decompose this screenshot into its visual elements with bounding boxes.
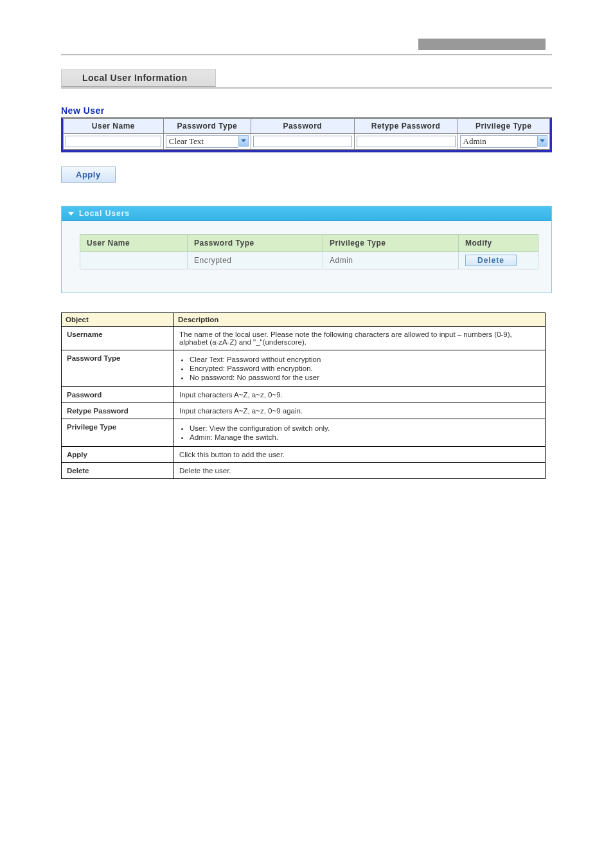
newuser-table: User Name Password Type Password Retype … <box>63 118 550 150</box>
table-row: Encrypted Admin Delete <box>80 252 538 269</box>
desc-label: Password Type <box>62 350 174 387</box>
section-title-block: Local User Information <box>61 69 216 87</box>
desc-label: Apply <box>62 447 174 463</box>
section-title: Local User Information <box>82 73 187 83</box>
desc-value: Clear Text: Password without encryption … <box>174 350 546 387</box>
section-underline <box>61 87 552 89</box>
newuser-th-password: Password <box>251 119 354 134</box>
description-table: Object Description Username The name of … <box>61 312 546 479</box>
desc-h-object: Object <box>62 313 174 327</box>
apply-button[interactable]: Apply <box>61 167 116 183</box>
local-users-header[interactable]: Local Users <box>62 206 551 221</box>
password-type-value: Clear Text <box>166 135 238 148</box>
desc-value: Click this button to add the user. <box>174 447 546 463</box>
header-right-strip <box>418 39 546 50</box>
local-users-table: User Name Password Type Privilege Type M… <box>80 234 538 269</box>
desc-label: Privilege Type <box>62 419 174 447</box>
desc-value: The name of the local user. Please note … <box>174 327 546 350</box>
lu-th-modify: Modify <box>459 235 538 252</box>
password-type-select[interactable]: Clear Text <box>166 135 249 148</box>
newuser-th-privilege: Privilege Type <box>458 119 549 134</box>
newuser-th-retype: Retype Password <box>354 119 458 134</box>
newuser-th-password-type: Password Type <box>163 119 251 134</box>
list-item: Clear Text: Password without encryption <box>190 356 540 363</box>
list-item: Admin: Manage the switch. <box>190 433 540 441</box>
desc-value: Input characters A~Z, a~z, 0~9 again. <box>174 403 546 419</box>
newuser-title: New User <box>61 105 552 116</box>
lu-th-password-type: Password Type <box>188 235 323 252</box>
newuser-table-wrap: User Name Password Type Password Retype … <box>61 118 552 152</box>
password-input[interactable] <box>253 136 352 147</box>
desc-value: Input characters A~Z, a~z, 0~9. <box>174 387 546 403</box>
username-input[interactable] <box>66 136 161 147</box>
lu-cell-password-type: Encrypted <box>188 252 323 269</box>
lu-cell-privilege: Admin <box>323 252 459 269</box>
lu-th-privilege: Privilege Type <box>323 235 459 252</box>
chevron-down-icon <box>68 208 74 218</box>
local-users-panel: Local Users User Name Password Type Priv… <box>61 206 552 293</box>
list-item: User: View the configuration of switch o… <box>190 424 540 432</box>
list-item: Encrypted: Password with encryption. <box>190 365 540 372</box>
desc-label: Username <box>62 327 174 350</box>
newuser-th-username: User Name <box>64 119 164 134</box>
desc-label: Password <box>62 387 174 403</box>
desc-value: User: View the configuration of switch o… <box>174 419 546 447</box>
desc-value: Delete the user. <box>174 463 546 479</box>
privilege-type-select[interactable]: Admin <box>460 135 547 148</box>
desc-label: Retype Password <box>62 403 174 419</box>
list-item: No password: No password for the user <box>190 374 540 381</box>
privilege-type-value: Admin <box>460 135 537 148</box>
local-users-title: Local Users <box>79 209 130 218</box>
chevron-down-icon[interactable] <box>537 135 547 147</box>
retype-password-input[interactable] <box>357 136 456 147</box>
lu-cell-username <box>80 252 188 269</box>
desc-h-description: Description <box>174 313 546 327</box>
chevron-down-icon[interactable] <box>238 135 249 147</box>
delete-button[interactable]: Delete <box>465 255 517 266</box>
desc-label: Delete <box>62 463 174 479</box>
lu-th-username: User Name <box>80 235 188 252</box>
